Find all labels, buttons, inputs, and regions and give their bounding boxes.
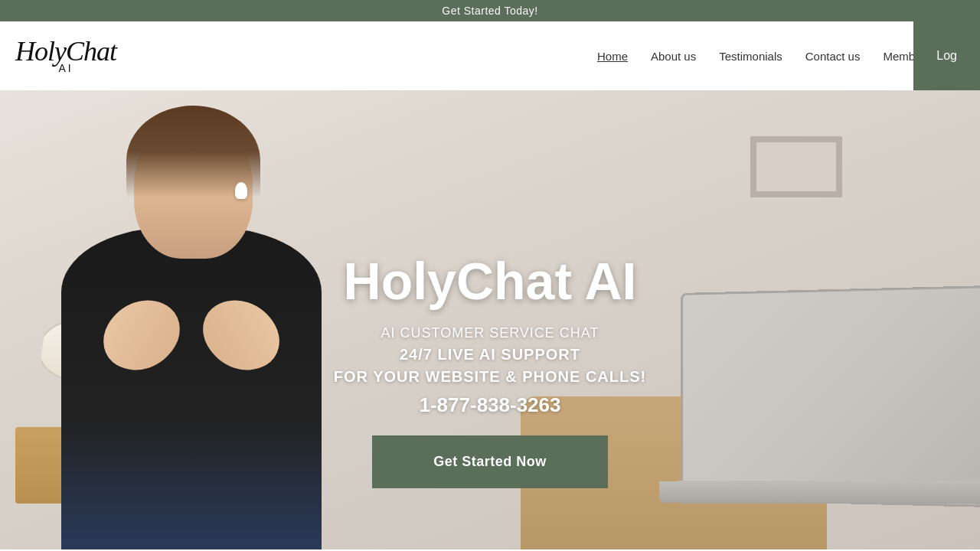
logo-brand: HolyChat bbox=[15, 37, 116, 65]
hero-phone: 1-877-838-3263 bbox=[222, 393, 758, 417]
login-button[interactable]: Log bbox=[913, 21, 980, 90]
header: HolyChat AI Home About us Testimonials C… bbox=[0, 21, 980, 90]
hero-tagline1: 24/7 LIVE AI SUPPORT bbox=[222, 346, 758, 364]
hero-content: HolyChat AI AI CUSTOMER SERVICE CHAT 24/… bbox=[222, 253, 758, 488]
nav-contact[interactable]: Contact us bbox=[805, 50, 861, 63]
main-nav: Home About us Testimonials Contact us Me… bbox=[597, 50, 965, 63]
earphone bbox=[235, 182, 247, 199]
nav-home[interactable]: Home bbox=[597, 50, 628, 63]
nav-testimonials[interactable]: Testimonials bbox=[719, 50, 782, 63]
hero-subtitle: AI CUSTOMER SERVICE CHAT bbox=[222, 325, 758, 341]
banner-text: Get Started Today! bbox=[442, 5, 537, 17]
wall-frame bbox=[750, 136, 842, 197]
nav-about[interactable]: About us bbox=[651, 50, 696, 63]
get-started-button[interactable]: Get Started Now bbox=[372, 435, 608, 488]
top-banner: Get Started Today! bbox=[0, 0, 980, 21]
arm-left bbox=[93, 285, 191, 386]
hero-tagline2: FOR YOUR WEBSITE & PHONE CALLS! bbox=[222, 368, 758, 386]
logo: HolyChat AI bbox=[15, 37, 116, 74]
hero-section: HolyChat AI AI CUSTOMER SERVICE CHAT 24/… bbox=[0, 90, 980, 549]
hero-title: HolyChat AI bbox=[222, 253, 758, 310]
